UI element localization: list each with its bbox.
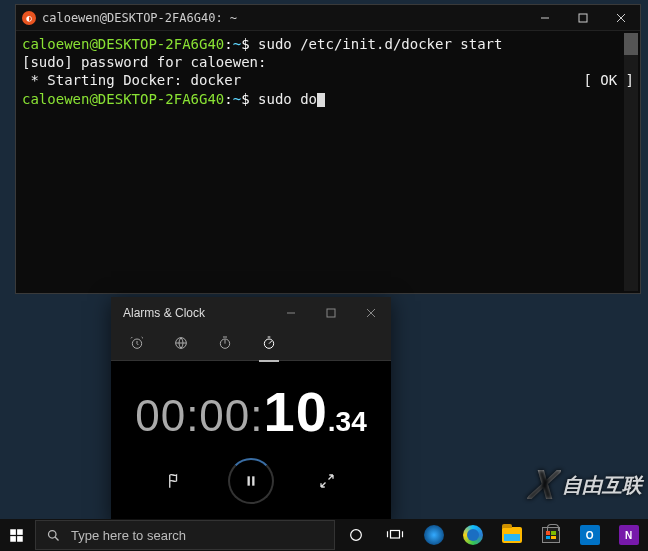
taskbar: Type here to search O N: [0, 519, 648, 551]
svg-rect-1: [579, 14, 587, 22]
expand-button[interactable]: [314, 468, 340, 494]
taskbar-app-store[interactable]: [531, 519, 570, 551]
search-placeholder: Type here to search: [71, 528, 186, 543]
svg-rect-21: [391, 531, 400, 539]
close-button[interactable]: [351, 297, 391, 329]
minimize-button[interactable]: [526, 5, 564, 31]
watermark-x-icon: X: [525, 461, 563, 509]
svg-point-18: [49, 530, 57, 538]
close-button[interactable]: [602, 5, 640, 31]
terminal-body[interactable]: caloewen@DESKTOP-2FA6G40:~$ sudo /etc/in…: [16, 31, 640, 112]
task-view-button[interactable]: [376, 519, 415, 551]
maximize-button[interactable]: [564, 5, 602, 31]
desktop: ◐ caloewen@DESKTOP-2FA6G40: ~ caloewen@D…: [0, 0, 648, 551]
terminal-line: * Starting Docker: docker[ OK ]: [22, 71, 634, 89]
terminal-titlebar[interactable]: ◐ caloewen@DESKTOP-2FA6G40: ~: [16, 5, 640, 31]
search-icon: [46, 528, 61, 543]
onenote-icon: N: [619, 525, 639, 545]
taskbar-app-explorer[interactable]: [493, 519, 532, 551]
clock-titlebar[interactable]: Alarms & Clock: [111, 297, 391, 329]
app-icon: [424, 525, 444, 545]
maximize-button[interactable]: [311, 297, 351, 329]
tab-timer[interactable]: [215, 329, 235, 361]
taskbar-app-onenote[interactable]: N: [609, 519, 648, 551]
watermark: X 自由互联: [530, 461, 642, 509]
taskbar-app-outlook[interactable]: O: [570, 519, 609, 551]
tab-world-clock[interactable]: [171, 329, 191, 361]
terminal-window: ◐ caloewen@DESKTOP-2FA6G40: ~ caloewen@D…: [15, 4, 641, 294]
pause-button[interactable]: [228, 458, 274, 504]
tab-alarm[interactable]: [127, 329, 147, 361]
ubuntu-icon: ◐: [22, 11, 36, 25]
minimize-button[interactable]: [271, 297, 311, 329]
stopwatch-panel: 00:00:10.34: [111, 361, 391, 522]
start-button[interactable]: [0, 519, 33, 551]
svg-point-20: [351, 530, 362, 541]
svg-rect-15: [17, 529, 23, 535]
svg-rect-17: [17, 536, 23, 542]
svg-rect-14: [10, 529, 16, 535]
terminal-line: [sudo] password for caloewen:: [22, 53, 634, 71]
tab-stopwatch[interactable]: [259, 329, 279, 361]
store-icon: [542, 527, 560, 543]
terminal-title: caloewen@DESKTOP-2FA6G40: ~: [42, 11, 526, 25]
alarms-clock-window: Alarms & Clock 00:00:10.34: [111, 297, 391, 522]
svg-rect-16: [10, 536, 16, 542]
clock-title: Alarms & Clock: [123, 306, 271, 320]
lap-flag-button[interactable]: [162, 468, 188, 494]
file-explorer-icon: [502, 527, 522, 543]
svg-point-11: [264, 339, 273, 348]
svg-rect-5: [327, 309, 335, 317]
svg-line-19: [55, 537, 58, 540]
taskbar-app-unknown[interactable]: [415, 519, 454, 551]
terminal-line: caloewen@DESKTOP-2FA6G40:~$ sudo do: [22, 90, 634, 108]
svg-rect-13: [252, 476, 254, 485]
terminal-cursor: [317, 93, 325, 107]
outlook-icon: O: [580, 525, 600, 545]
terminal-line: caloewen@DESKTOP-2FA6G40:~$ sudo /etc/in…: [22, 35, 634, 53]
edge-icon: [463, 525, 483, 545]
svg-rect-12: [248, 476, 250, 485]
stopwatch-display: 00:00:10.34: [135, 379, 367, 444]
cortana-button[interactable]: [337, 519, 376, 551]
clock-tabs: [111, 329, 391, 361]
watermark-text: 自由互联: [562, 472, 642, 499]
taskbar-app-edge[interactable]: [454, 519, 493, 551]
taskbar-search[interactable]: Type here to search: [35, 520, 335, 550]
